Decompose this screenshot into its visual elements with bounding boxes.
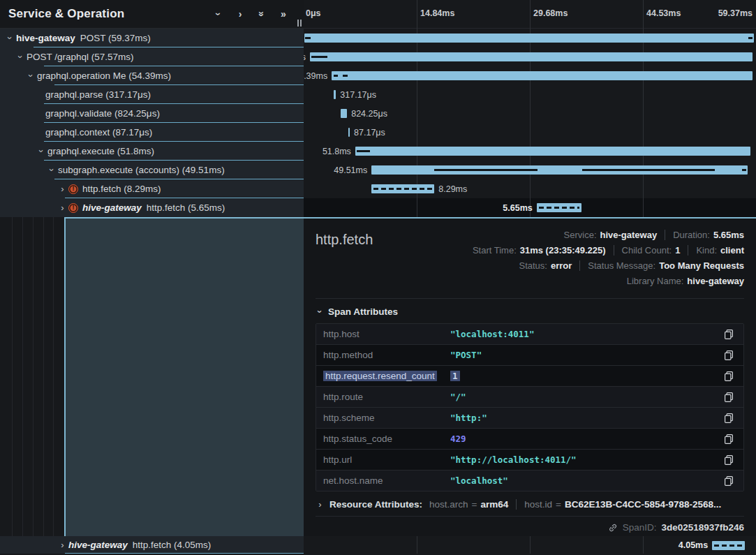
- attribute-key: net.host.name: [323, 475, 450, 486]
- span-meta-item: Library Name: hive-gateway: [627, 276, 744, 286]
- span-operation-label: http.fetch (4.05ms): [133, 540, 212, 550]
- span-tree-row[interactable]: › hive-gateway POST (59.37ms): [0, 29, 304, 47]
- tree-toolbar: ››»»: [214, 8, 288, 20]
- span-duration-bar[interactable]: [341, 109, 347, 118]
- span-duration-label: 8.29ms: [438, 184, 467, 194]
- spanid-label: SpanID:: [623, 522, 657, 533]
- copy-button[interactable]: [721, 413, 736, 423]
- expand-all-icon[interactable]: »: [279, 8, 288, 20]
- tree-indent-guides: [0, 217, 64, 536]
- span-timeline-row[interactable]: 5.65ms: [304, 198, 756, 217]
- span-duration-bar[interactable]: [334, 90, 336, 99]
- tree-panel-title: Service & Operation: [8, 7, 214, 21]
- expander-icon[interactable]: ›: [58, 540, 67, 549]
- span-duration-bar[interactable]: [310, 52, 753, 61]
- span-timeline-row[interactable]: 824.25μs: [304, 104, 756, 123]
- meta-label: Library Name:: [627, 276, 684, 286]
- copy-button[interactable]: [721, 434, 736, 444]
- expander-icon[interactable]: ›: [37, 147, 46, 156]
- expander-icon[interactable]: ›: [47, 165, 57, 175]
- span-operation-label: graphql.operation Me (54.39ms): [37, 71, 171, 81]
- meta-line: Library Name: hive-gateway: [473, 273, 744, 288]
- bottom-span-row: › hive-gateway http.fetch (4.05ms) 4.05m…: [0, 536, 756, 554]
- span-duration-bar[interactable]: [712, 541, 745, 550]
- span-title: http.fetch: [316, 232, 373, 248]
- span-duration-bar[interactable]: [304, 34, 753, 43]
- expander-icon[interactable]: ›: [27, 71, 36, 80]
- span-tree-row[interactable]: › graphql.execute (51.8ms): [0, 142, 304, 161]
- span-duration-bar[interactable]: [355, 147, 750, 156]
- link-icon[interactable]: [608, 523, 618, 533]
- meta-value: error: [551, 260, 572, 271]
- span-duration-label: 317.17μs: [340, 90, 376, 100]
- expander-icon[interactable]: ›: [58, 184, 67, 193]
- span-tree-row[interactable]: › graphql.validate (824.25μs): [0, 104, 304, 123]
- span-timeline-row[interactable]: 57.57ms: [304, 47, 756, 66]
- span-rows: › hive-gateway POST (59.37ms) 59.37ms › …: [0, 29, 756, 217]
- expander-icon[interactable]: ›: [6, 34, 15, 43]
- span-duration-bar[interactable]: [348, 128, 350, 137]
- chevron-right-icon: ›: [316, 500, 325, 509]
- resource-attributes-row[interactable]: › Resource Attributes: host.arch = arm64…: [316, 499, 744, 510]
- attribute-value: "http:": [450, 413, 721, 423]
- copy-button[interactable]: [721, 455, 736, 465]
- span-tree-row[interactable]: › subgraph.execute (accounts) (49.51ms): [0, 161, 304, 179]
- span-service-name: hive-gateway: [82, 202, 142, 213]
- meta-value: hive-gateway: [600, 230, 658, 240]
- span-tree-row[interactable]: › ! http.fetch (8.29ms): [0, 179, 304, 198]
- collapse-one-icon[interactable]: ›: [214, 8, 223, 20]
- span-tree-row[interactable]: › graphql.parse (317.17μs): [0, 85, 304, 104]
- attribute-row: http.request.resend_count 1: [316, 365, 743, 386]
- copy-button[interactable]: [721, 371, 736, 381]
- attribute-key: http.method: [323, 350, 450, 360]
- span-timeline-row[interactable]: 317.17μs: [304, 85, 756, 104]
- timeline-ruler[interactable]: 0μs14.84ms29.68ms44.53ms59.37ms: [304, 0, 756, 28]
- span-attributes-header[interactable]: › Span Attributes: [316, 306, 744, 317]
- child-span-mark: [343, 75, 348, 77]
- attribute-key: http.host: [323, 329, 450, 339]
- span-timeline-row[interactable]: 4.05ms: [304, 536, 756, 554]
- indent-guide: [12, 217, 13, 536]
- span-duration-bar[interactable]: [332, 71, 753, 80]
- span-timeline-row[interactable]: 49.51ms: [304, 161, 756, 179]
- copy-button[interactable]: [721, 330, 736, 339]
- meta-label: Duration:: [673, 230, 710, 240]
- copy-button[interactable]: [721, 476, 736, 486]
- resource-key: host.id: [524, 499, 552, 510]
- span-timeline-row[interactable]: 87.17μs: [304, 123, 756, 142]
- collapse-all-icon[interactable]: »: [257, 8, 267, 20]
- expand-one-icon[interactable]: ›: [235, 8, 245, 20]
- span-duration-bar[interactable]: [537, 203, 581, 212]
- meta-label: Status Message:: [588, 260, 655, 271]
- span-duration-label: 49.51ms: [334, 165, 367, 175]
- copy-button[interactable]: [721, 350, 736, 360]
- row-separator: [65, 553, 304, 554]
- panel-resize-handle[interactable]: [297, 20, 302, 27]
- meta-label: Child Count:: [622, 245, 672, 256]
- meta-line: Status: error Status Message: Too Many R…: [473, 258, 744, 273]
- span-duration-bar[interactable]: [371, 184, 434, 193]
- span-tree-row[interactable]: › ! hive-gateway http.fetch (5.65ms): [0, 198, 304, 217]
- span-tree-row[interactable]: › POST /graphql (57.57ms): [0, 47, 304, 66]
- copy-button[interactable]: [721, 392, 736, 402]
- span-timeline-row[interactable]: 59.37ms: [304, 29, 756, 47]
- expander-icon[interactable]: ›: [16, 52, 25, 61]
- attribute-key: http.request.resend_count: [323, 371, 450, 381]
- span-meta-item: Duration: 5.65ms: [665, 230, 744, 240]
- span-tree-row[interactable]: › hive-gateway http.fetch (4.05ms): [0, 536, 304, 554]
- meta-value: 1: [675, 245, 680, 256]
- child-span-mark: [748, 37, 753, 39]
- span-detail-header: http.fetch Service: hive-gateway Duratio…: [316, 227, 744, 288]
- span-timeline-row[interactable]: 51.8ms: [304, 142, 756, 161]
- span-tree-row[interactable]: › graphql.operation Me (54.39ms): [0, 66, 304, 85]
- trace-viewer: Service & Operation ››»» 0μs14.84ms29.68…: [0, 0, 756, 555]
- span-timeline-row[interactable]: 54.39ms: [304, 66, 756, 85]
- header-band: Service & Operation ››»» 0μs14.84ms29.68…: [0, 0, 756, 29]
- span-timeline-row[interactable]: 8.29ms: [304, 179, 756, 198]
- span-tree-row[interactable]: › graphql.context (87.17μs): [0, 123, 304, 142]
- span-row: › graphql.validate (824.25μs) 824.25μs: [0, 104, 756, 123]
- copy-icon: [725, 330, 733, 339]
- span-duration-label: 824.25μs: [351, 109, 387, 119]
- resource-value: BC62E13B-C4CC-5854-9788-2568...: [565, 499, 721, 510]
- expander-icon[interactable]: ›: [58, 203, 67, 212]
